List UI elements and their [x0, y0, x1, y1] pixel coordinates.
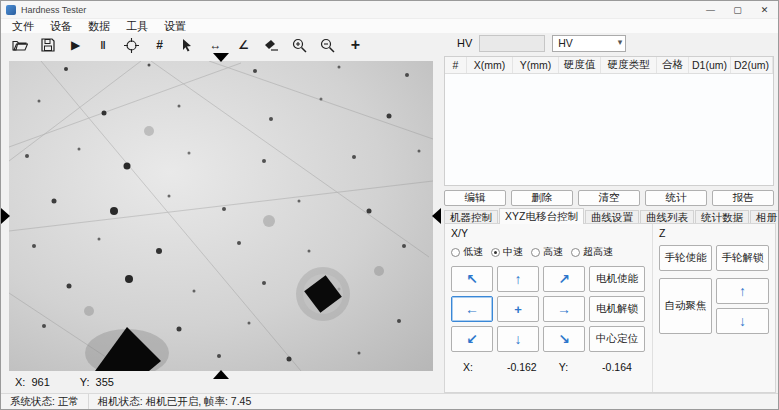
cursor-y-value: 355 [96, 376, 114, 388]
z-group: Z 手轮使能 手轮解锁 自动聚焦 ↑ ↓ [653, 224, 775, 392]
jog-grid: ↖ ↑ ↗ 电机使能 ← + → 电机解锁 ↙ ↓ ↘ 中心定位 [451, 266, 646, 352]
close-button[interactable]: ✕ [751, 1, 778, 18]
handwheel-enable-button[interactable]: 手轮使能 [659, 245, 712, 271]
radio-icon [531, 248, 540, 257]
crosshair-icon[interactable]: + [346, 36, 365, 55]
window-title: Hardness Tester [21, 5, 86, 15]
arrow-down-icon: ↓ [739, 314, 746, 328]
cursor-y-label: Y: [80, 376, 90, 388]
tab-album[interactable]: 相册 [750, 210, 779, 224]
radio-medium-speed[interactable]: 中速 [491, 245, 523, 259]
col-d2-um: D2(um) [731, 57, 773, 73]
open-folder-icon[interactable] [10, 36, 29, 55]
xy-group: X/Y 低速 中速 高速 超高速 [445, 224, 653, 392]
menu-bar: 文件 设备 数据 工具 设置 [1, 19, 778, 33]
move-down-button[interactable]: ↓ [497, 326, 539, 352]
cursor-coordinates: X: 961 Y: 355 [15, 376, 120, 388]
grid-icon[interactable]: # [150, 36, 169, 55]
autofocus-button[interactable]: 自动聚焦 [659, 278, 712, 334]
move-right-button[interactable]: → [543, 296, 585, 322]
move-left-button[interactable]: ← [451, 296, 493, 322]
hardness-type-select[interactable]: HV ▾ [552, 35, 626, 52]
statistics-button[interactable]: 统计 [645, 190, 707, 206]
clear-button[interactable]: 清空 [578, 190, 640, 206]
camera-status: 相机状态: 相机已开启, 帧率: 7.45 [89, 394, 260, 409]
arrow-left-icon: ← [465, 302, 479, 316]
move-up-right-button[interactable]: ↗ [543, 266, 585, 292]
stage-limit-marker-bottom [213, 370, 229, 379]
maximize-button[interactable]: ▢ [724, 1, 751, 18]
tab-curve-list[interactable]: 曲线列表 [640, 210, 694, 224]
cursor-x-label: X: [15, 376, 25, 388]
report-button[interactable]: 报告 [712, 190, 774, 206]
play-icon[interactable]: ▶ [66, 36, 85, 55]
tab-machine-control[interactable]: 机器控制 [444, 210, 498, 224]
stage-y-label: Y: [559, 361, 568, 373]
tab-statistics-data[interactable]: 统计数据 [695, 210, 749, 224]
arrow-down-left-icon: ↙ [466, 332, 478, 346]
radio-ultra-high-speed[interactable]: 超高速 [571, 245, 613, 259]
center-cross-icon: + [514, 303, 522, 316]
radio-low-speed[interactable]: 低速 [451, 245, 483, 259]
col-x-mm: X(mm) [467, 57, 513, 73]
menu-data[interactable]: 数据 [80, 19, 118, 34]
move-up-left-button[interactable]: ↖ [451, 266, 493, 292]
move-up-button[interactable]: ↑ [497, 266, 539, 292]
menu-settings[interactable]: 设置 [156, 19, 194, 34]
cursor-icon[interactable] [178, 36, 197, 55]
stage-limit-marker-left [1, 208, 10, 224]
xy-group-title: X/Y [451, 227, 646, 239]
move-down-left-button[interactable]: ↙ [451, 326, 493, 352]
results-table-body[interactable] [445, 74, 773, 186]
control-tabs: 机器控制 XYZ电移台控制 曲线设置 曲线列表 统计数据 相册 [444, 208, 776, 224]
motor-enable-button[interactable]: 电机使能 [589, 266, 645, 292]
col-hardness-type: 硬度类型 [601, 57, 657, 73]
specimen-image[interactable] [9, 61, 433, 371]
col-d1-um: D1(um) [689, 57, 731, 73]
target-icon[interactable] [122, 36, 141, 55]
eraser-icon[interactable] [262, 36, 281, 55]
motor-unlock-button[interactable]: 电机解锁 [589, 296, 645, 322]
save-icon[interactable] [38, 36, 57, 55]
center-locate-button[interactable]: 中心定位 [589, 326, 645, 352]
stage-x-value: -0.162 [507, 361, 537, 373]
move-center-button[interactable]: + [497, 296, 539, 322]
stage-x-label: X: [463, 361, 473, 373]
stage-limit-marker-right [432, 208, 441, 224]
tab-xyz-stage-control[interactable]: XYZ电移台控制 [499, 208, 584, 224]
z-up-button[interactable]: ↑ [716, 278, 769, 304]
results-table-header: # X(mm) Y(mm) 硬度值 硬度类型 合格 D1(um) D2(um) [445, 57, 773, 74]
hv-value-input[interactable] [479, 35, 545, 52]
app-icon [6, 5, 16, 15]
move-down-right-button[interactable]: ↘ [543, 326, 585, 352]
menu-device[interactable]: 设备 [42, 19, 80, 34]
menu-file[interactable]: 文件 [4, 19, 42, 34]
system-status: 系统状态: 正常 [1, 394, 89, 409]
hardness-type-value: HV [558, 37, 573, 49]
z-down-button[interactable]: ↓ [716, 308, 769, 334]
menu-tools[interactable]: 工具 [118, 19, 156, 34]
delete-button[interactable]: 删除 [511, 190, 573, 206]
stage-y-value: -0.164 [602, 361, 632, 373]
angle-measure-icon[interactable]: ∠ [234, 36, 253, 55]
zoom-out-icon[interactable] [318, 36, 337, 55]
cursor-x-value: 961 [31, 376, 49, 388]
arrow-down-right-icon: ↘ [558, 332, 570, 346]
col-y-mm: Y(mm) [513, 57, 559, 73]
handwheel-unlock-button[interactable]: 手轮解锁 [716, 245, 769, 271]
hardness-input-row: HV HV ▾ [457, 34, 626, 52]
speed-selector: 低速 中速 高速 超高速 [451, 245, 646, 259]
stage-position: X: -0.162 Y: -0.164 [451, 361, 646, 373]
radio-high-speed[interactable]: 高速 [531, 245, 563, 259]
table-actions: 编辑 删除 清空 统计 报告 [444, 190, 774, 206]
xyz-stage-panel: X/Y 低速 中速 高速 超高速 [444, 223, 776, 393]
z-group-title: Z [659, 227, 769, 239]
length-measure-icon[interactable]: ↔ [206, 36, 225, 55]
minimize-button[interactable]: — [697, 1, 724, 18]
tab-curve-settings[interactable]: 曲线设置 [585, 210, 639, 224]
radio-icon [571, 248, 580, 257]
zoom-in-icon[interactable] [290, 36, 309, 55]
pause-icon[interactable]: ‖ [94, 36, 113, 55]
edit-button[interactable]: 编辑 [444, 190, 506, 206]
col-index: # [445, 57, 467, 73]
